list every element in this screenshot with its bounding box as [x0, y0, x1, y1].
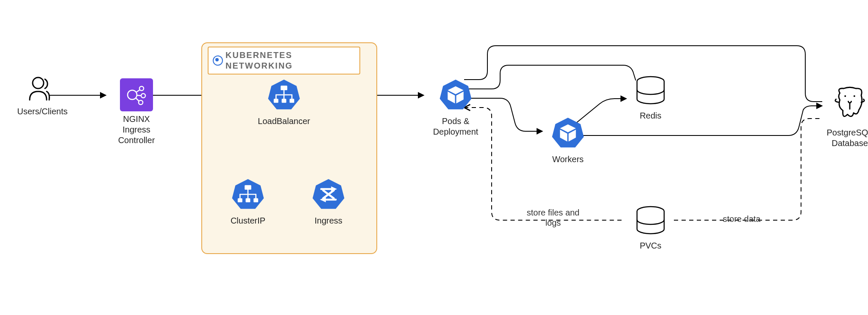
svg-rect-30 — [253, 198, 258, 202]
pods-label: Pods & Deployment — [420, 116, 492, 137]
loadbalancer-icon — [267, 78, 300, 111]
nginx-label: NGINX Ingress Controller — [107, 114, 166, 146]
svg-line-10 — [136, 98, 139, 101]
pvcs-icon — [634, 205, 667, 238]
svg-point-45 — [854, 95, 855, 97]
pvcs-node: PVCs — [625, 205, 676, 251]
clusterip-label: ClusterIP — [216, 216, 280, 226]
nginx-icon — [120, 78, 153, 111]
nginx-ingress-node: NGINX Ingress Controller — [107, 78, 166, 146]
svg-rect-19 — [282, 99, 287, 102]
users-icon — [25, 75, 59, 102]
edge-label-store-files: store files and logs — [511, 207, 595, 228]
postgres-label: PostgreSQL Database — [814, 127, 868, 149]
workers-node: Workers — [540, 116, 595, 165]
svg-point-6 — [141, 94, 145, 98]
loadbalancer-node: LoadBalancer — [248, 78, 320, 127]
ingress-node: Ingress — [297, 178, 360, 226]
connections-layer — [0, 0, 868, 315]
svg-rect-29 — [246, 198, 250, 202]
group-title-text: KUBERNETES NETWORKING — [225, 50, 293, 70]
pods-icon — [439, 78, 472, 111]
pods-deployment-node: Pods & Deployment — [420, 78, 492, 137]
svg-line-8 — [136, 90, 140, 92]
clusterip-node: ClusterIP — [216, 178, 280, 226]
svg-rect-28 — [238, 198, 242, 202]
svg-point-44 — [844, 95, 846, 97]
svg-marker-34 — [440, 80, 472, 109]
svg-rect-18 — [274, 99, 278, 102]
clusterip-icon — [231, 178, 264, 211]
svg-marker-38 — [552, 118, 584, 147]
loadbalancer-label: LoadBalancer — [248, 116, 320, 127]
svg-rect-12 — [281, 86, 287, 90]
kubernetes-icon — [213, 55, 223, 66]
svg-point-5 — [139, 86, 144, 91]
ingress-label: Ingress — [297, 216, 360, 226]
postgres-icon — [831, 85, 868, 123]
workers-label: Workers — [540, 154, 595, 165]
workers-icon — [551, 116, 584, 149]
kubernetes-networking-title: KUBERNETES NETWORKING — [208, 47, 360, 75]
users-clients-node: Users/Clients — [8, 75, 76, 117]
redis-label: Redis — [625, 111, 676, 121]
redis-icon — [634, 75, 667, 108]
redis-node: Redis — [625, 75, 676, 121]
svg-point-3 — [33, 77, 44, 88]
edge-label-store-data: store data — [712, 214, 771, 224]
svg-rect-20 — [289, 99, 294, 102]
postgresql-node: PostgreSQL Database — [814, 85, 868, 149]
users-label: Users/Clients — [8, 106, 76, 117]
ingress-icon — [312, 178, 345, 211]
svg-line-9 — [137, 95, 141, 96]
svg-rect-22 — [245, 185, 251, 190]
pvcs-label: PVCs — [625, 240, 676, 251]
